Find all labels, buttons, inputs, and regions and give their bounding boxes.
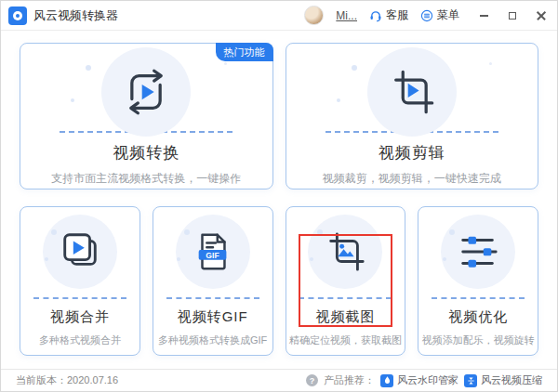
watermark-app-icon [380, 374, 393, 387]
customer-service-label: 客服 [386, 7, 408, 23]
hot-feature-badge: 热门功能 [216, 43, 273, 61]
feature-card-video-screenshot[interactable]: 视频截图 精确定位视频，获取截图 [286, 206, 406, 356]
app-title: 风云视频转换器 [33, 7, 118, 24]
compress-app-icon [464, 374, 477, 387]
title-bar: 风云视频转换器 Mi... 客服 菜单 [1, 1, 557, 31]
menu-icon [420, 9, 433, 22]
icon-area [20, 218, 140, 285]
card-subtitle: 多种格式视频合并 [39, 333, 121, 347]
video-merge-icon [59, 230, 101, 273]
maximize-button[interactable] [506, 9, 519, 22]
icon-area: GIF [153, 218, 272, 285]
video-convert-icon [122, 68, 170, 116]
headset-icon [369, 9, 382, 22]
gif-ribbon-label: GIF [206, 251, 219, 260]
username-link[interactable]: Mi... [336, 9, 357, 22]
card-subtitle: 精确定位视频，获取截图 [289, 333, 402, 347]
dashed-divider [33, 297, 126, 299]
status-bar: 当前版本：2020.07.16 ? 产品推荐： 风云水印管家 风云视频压缩 [1, 369, 557, 391]
main-area: 热门功能 视频转换 支持市面主流视频格式转换，一键操作 [1, 31, 557, 369]
minimize-button[interactable] [477, 9, 490, 22]
app-logo-icon [8, 7, 27, 25]
dashed-divider [299, 297, 392, 299]
gif-file-icon: GIF [192, 230, 234, 273]
product-link-watermark[interactable]: 风云水印管家 [380, 373, 458, 387]
product-link-compress[interactable]: 风云视频压缩 [464, 373, 542, 387]
card-title: 视频转换 [113, 144, 179, 163]
close-icon [537, 11, 546, 20]
card-title: 视频转GIF [178, 308, 248, 325]
feature-card-video-clip[interactable]: 视频剪辑 视频裁剪，视频剪辑，一键快速完成 [286, 43, 539, 189]
app-window: 风云视频转换器 Mi... 客服 菜单 [0, 0, 558, 392]
product-name: 风云水印管家 [397, 373, 458, 387]
card-subtitle: 视频添加配乐，视频旋转 [422, 333, 535, 347]
icon-area [20, 53, 272, 131]
feature-card-video-convert[interactable]: 热门功能 视频转换 支持市面主流视频格式转换，一键操作 [20, 43, 273, 189]
video-screenshot-icon [324, 230, 366, 273]
feature-card-video-merge[interactable]: 视频合并 多种格式视频合并 [20, 206, 140, 356]
minimize-icon [480, 15, 488, 17]
icon-area [286, 218, 405, 285]
card-title: 视频优化 [448, 308, 508, 325]
card-subtitle: 视频裁剪，视频剪辑，一键快速完成 [323, 171, 501, 187]
user-avatar[interactable] [304, 6, 324, 25]
video-clip-icon [388, 68, 436, 116]
product-name: 风云视频压缩 [481, 373, 542, 387]
card-subtitle: 支持市面主流视频格式转换，一键操作 [51, 171, 241, 187]
version-label: 当前版本：2020.07.16 [16, 373, 118, 387]
video-optimize-icon [457, 230, 499, 273]
icon-area [286, 53, 538, 131]
dashed-divider [166, 297, 259, 299]
menu-label: 菜单 [437, 7, 459, 23]
card-title: 视频合并 [50, 308, 110, 325]
recommend-label: 产品推荐： [324, 373, 375, 387]
info-icon: ? [306, 374, 318, 386]
maximize-icon [509, 12, 516, 20]
customer-service-button[interactable]: 客服 [369, 7, 408, 23]
icon-area [418, 218, 538, 285]
close-button[interactable] [535, 9, 548, 22]
menu-button[interactable]: 菜单 [420, 7, 459, 23]
card-title: 视频剪辑 [379, 144, 445, 163]
dashed-divider [432, 297, 525, 299]
feature-card-video-optimize[interactable]: 视频优化 视频添加配乐，视频旋转 [418, 206, 538, 356]
card-title: 视频截图 [315, 308, 375, 325]
feature-card-video-to-gif[interactable]: GIF 视频转GIF 多种视频格式转换成GIF [153, 206, 273, 356]
card-subtitle: 多种视频格式转换成GIF [158, 333, 267, 347]
